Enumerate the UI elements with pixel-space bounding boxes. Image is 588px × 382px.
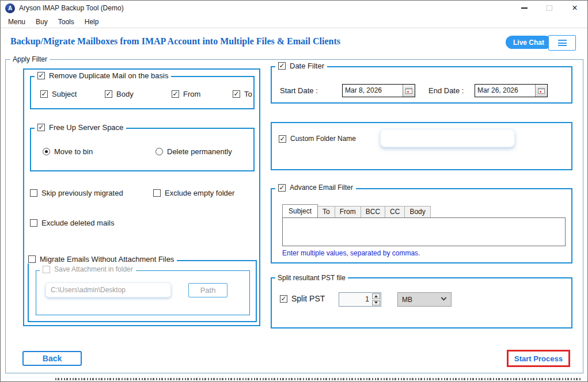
window-title: Aryson IMAP Backup Tool (Demo) <box>19 4 124 12</box>
end-date-label: End Date : <box>428 86 464 95</box>
maximize-icon <box>547 5 552 11</box>
close-button[interactable]: × <box>562 1 587 16</box>
advance-email-filter-group: Advance Email Filter Subject To From BCC… <box>271 188 572 263</box>
minimize-button[interactable] <box>511 1 537 16</box>
duplicate-from-checkbox[interactable] <box>172 90 179 98</box>
remove-duplicate-label: Remove Duplicate Mail on the basis <box>49 71 168 80</box>
size-unit-value: MB <box>398 296 442 304</box>
app-icon: A <box>5 3 15 13</box>
spinner-down-button[interactable] <box>372 300 380 306</box>
menu-item-buy[interactable]: Buy <box>31 17 53 27</box>
date-filter-label: Date Filter <box>290 62 324 70</box>
app-window: A Aryson IMAP Backup Tool (Demo) × Menu … <box>0 0 588 382</box>
window-controls: × <box>511 1 587 16</box>
free-up-server-space-label: Free Up Server Space <box>49 123 123 132</box>
remove-duplicate-checkbox[interactable] <box>37 72 45 79</box>
arrow-down-icon <box>374 301 378 304</box>
maximize-button[interactable] <box>537 1 562 16</box>
start-date-label: Start Date : <box>280 86 318 95</box>
start-date-value: Mar 8, 2026 <box>343 85 403 97</box>
delete-permanently-radio[interactable] <box>155 148 163 155</box>
menu-bar: Menu Buy Tools Help <box>1 16 587 28</box>
attachment-group: Save Attachment in folder Path <box>28 260 257 322</box>
duplicate-subject-checkbox[interactable] <box>40 90 48 98</box>
start-date-field[interactable]: Mar 8, 2026 <box>342 84 415 97</box>
exclude-deleted-mails-label: Exclude deleted mails <box>41 219 114 227</box>
free-up-server-space-checkbox[interactable] <box>37 124 45 131</box>
date-filter-checkbox[interactable] <box>278 62 286 70</box>
hamburger-menu-button[interactable] <box>548 35 576 51</box>
custom-folder-label: Custom Folder Name <box>290 135 356 143</box>
duplicate-body-label: Body <box>116 90 134 98</box>
tab-body[interactable]: Body <box>405 206 430 217</box>
move-to-bin-label: Move to bin <box>54 147 93 156</box>
split-pst-label: Split PST <box>291 294 325 303</box>
advance-email-filter-label: Advance Email Filter <box>290 184 353 192</box>
duplicate-body-checkbox[interactable] <box>105 90 112 98</box>
end-date-value: Mar 26, 2026 <box>475 85 535 97</box>
chevron-down-icon <box>441 295 447 301</box>
page-title: Backup/Migrate Mailboxes from IMAP Accou… <box>10 36 340 47</box>
left-filter-panel: Remove Duplicate Mail on the basis Subje… <box>23 68 260 326</box>
filter-tabs: Subject To From BCC CC Body <box>282 204 431 217</box>
exclude-deleted-mails-checkbox[interactable] <box>30 219 37 227</box>
spinner-up-button[interactable] <box>372 293 380 299</box>
tab-subject[interactable]: Subject <box>282 204 318 217</box>
skip-previously-migrated-label: Skip previously migrated <box>41 189 123 197</box>
duplicate-to-label: To <box>244 90 252 98</box>
filter-hint-text: Enter multiple values, separated by comm… <box>282 249 420 257</box>
calendar-icon <box>405 88 412 94</box>
apply-filter-group: Apply Filter Remove Duplicate Mail on th… <box>5 59 583 373</box>
split-size-value: 1 <box>339 293 371 306</box>
split-pst-group: Split resultant PST file Split PST 1 MB <box>271 277 572 328</box>
exclude-empty-folder-checkbox[interactable] <box>153 189 161 197</box>
duplicate-from-label: From <box>183 90 200 98</box>
apply-filter-legend: Apply Filter <box>10 55 50 63</box>
start-process-button[interactable]: Start Process <box>507 350 570 367</box>
close-icon: × <box>572 3 577 13</box>
save-attachment-label: Save Attachment in folder <box>54 265 133 273</box>
advance-email-filter-checkbox[interactable] <box>278 184 286 192</box>
save-attachment-checkbox[interactable] <box>43 266 50 273</box>
live-chat-button[interactable]: Live Chat <box>506 36 552 49</box>
hamburger-icon <box>558 39 567 48</box>
back-button[interactable]: Back <box>22 351 82 366</box>
menu-item-tools[interactable]: Tools <box>53 17 79 27</box>
split-pst-checkbox[interactable] <box>280 295 287 303</box>
end-date-field[interactable]: Mar 26, 2026 <box>475 84 548 97</box>
exclude-empty-folder-label: Exclude empty folder <box>165 189 234 197</box>
menu-item-menu[interactable]: Menu <box>3 17 31 27</box>
attachment-path-input[interactable] <box>45 282 171 297</box>
custom-folder-group: Custom Folder Name <box>271 122 572 170</box>
start-date-calendar-button[interactable] <box>403 85 415 97</box>
calendar-icon <box>538 88 545 94</box>
migrate-without-attachment-checkbox[interactable] <box>28 255 36 263</box>
split-size-spinner[interactable]: 1 <box>339 292 381 307</box>
clipped-text-strip <box>55 378 581 380</box>
split-pst-legend: Split resultant PST file <box>275 274 348 282</box>
filter-values-textarea[interactable] <box>282 217 566 246</box>
delete-permanently-label: Delete permanently <box>167 147 232 156</box>
tab-bcc[interactable]: BCC <box>361 206 385 217</box>
arrow-up-icon <box>374 295 378 297</box>
tab-cc[interactable]: CC <box>385 206 405 217</box>
tab-to[interactable]: To <box>318 206 335 217</box>
minimize-icon <box>521 7 528 9</box>
path-button[interactable]: Path <box>188 283 227 297</box>
duplicate-subject-label: Subject <box>52 90 77 98</box>
migrate-without-attachment-label: Migrate Emails Without Attachment Files <box>40 255 174 263</box>
custom-folder-input[interactable] <box>380 129 515 147</box>
move-to-bin-radio[interactable] <box>43 148 50 155</box>
menu-item-help[interactable]: Help <box>79 17 104 27</box>
duplicate-to-checkbox[interactable] <box>233 90 240 98</box>
custom-folder-checkbox[interactable] <box>279 135 286 143</box>
skip-previously-migrated-checkbox[interactable] <box>30 189 37 197</box>
save-attachment-group: Save Attachment in folder Path <box>36 270 250 315</box>
size-unit-dropdown[interactable]: MB <box>397 292 452 307</box>
end-date-calendar-button[interactable] <box>535 85 547 97</box>
remove-duplicate-group: Remove Duplicate Mail on the basis Subje… <box>30 76 255 109</box>
free-up-server-space-group: Free Up Server Space Move to bin Delete … <box>30 128 255 171</box>
title-bar: A Aryson IMAP Backup Tool (Demo) × <box>1 1 587 16</box>
date-filter-group: Date Filter Start Date : Mar 8, 2026 End… <box>271 66 572 104</box>
tab-from[interactable]: From <box>335 206 361 217</box>
